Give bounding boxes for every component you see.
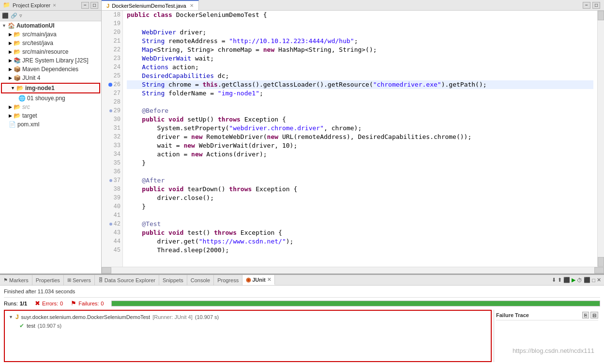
src-resource-label: src/main/resource — [22, 48, 68, 55]
tree-item-src[interactable]: ▶ 📂 src — [0, 103, 101, 111]
toolbar-arrow-btn[interactable]: ▿ — [19, 13, 22, 19]
title-separator: ✕ — [53, 2, 56, 8]
tree-item-img-node1[interactable]: ▼ 📂 img-node1 — [1, 83, 100, 93]
code-line-25: DesiredCapabilities dc; — [127, 72, 593, 80]
bottom-tab-bar: ⚑ Markers Properties ⊞ Servers 🗄 Data So… — [0, 275, 604, 286]
error-icon: ✖ — [35, 300, 40, 307]
folder-src-resource-icon: 📂 — [14, 48, 21, 55]
code-line-32: driver = new RemoteWebDriver(new URL(rem… — [127, 133, 593, 141]
code-line-19 — [127, 19, 593, 28]
test-method-row[interactable]: ✔ test (10.907 s) — [7, 321, 489, 330]
arrow-junit4: ▶ — [9, 76, 12, 80]
rerun-btn[interactable]: ▶ — [572, 277, 575, 283]
tab-snippets[interactable]: Snippets — [159, 275, 187, 285]
stop-btn[interactable]: ⬛ — [563, 277, 570, 283]
failures-label: Failures: — [78, 301, 99, 306]
test-suite-row[interactable]: ▼ J suyr.docker.selenium.demo.DockerSele… — [7, 313, 489, 321]
code-line-43: public void test() throws Exception { — [127, 228, 593, 237]
tab-data-source[interactable]: 🗄 Data Source Explorer — [95, 275, 159, 285]
tree-root[interactable]: ▼ 🏠 AutomationUI — [0, 21, 101, 30]
tree-item-src-main[interactable]: ▶ 📂 src/main/java — [0, 30, 101, 39]
code-line-37: @After — [127, 176, 593, 185]
code-line-36 — [127, 167, 593, 176]
failure-trace-title: Failure Trace — [496, 312, 529, 318]
img-file-label: 01 shouye.png — [27, 95, 65, 102]
tree-item-src-test[interactable]: ▶ 📂 src/test/java — [0, 39, 101, 47]
tree-item-maven[interactable]: ▶ 📦 Maven Dependencies — [0, 65, 101, 74]
junit-close-icon[interactable]: ✕ — [267, 277, 271, 282]
editor-tab-active[interactable]: J DockerSeleniumDemoTest.java ✕ — [102, 0, 199, 10]
history-btn[interactable]: ⏱ — [577, 277, 582, 283]
servers-label: Servers — [73, 277, 91, 283]
folder-src-test-icon: 📂 — [14, 40, 21, 46]
tab-markers[interactable]: ⚑ Markers — [0, 275, 32, 285]
up-btn[interactable]: ⬆ — [558, 277, 562, 283]
project-toolbar: ⬛ 🔗 ▿ — [0, 11, 101, 21]
arrow-src: ▶ — [9, 105, 12, 109]
tree-item-jre[interactable]: ▶ 📚 JRE System Library [J2S] — [0, 56, 101, 65]
code-line-23: WebDriverWait wait; — [127, 54, 593, 63]
editor-h-scrollbar[interactable] — [102, 267, 604, 273]
tree-item-src-resource[interactable]: ▶ 📂 src/main/resource — [0, 47, 101, 56]
editor-minimize-btn[interactable]: − — [583, 2, 590, 9]
panel-maximize-btn[interactable]: □ — [592, 277, 595, 283]
copy-trace-btn[interactable]: ⎘ — [582, 312, 589, 318]
junit-label: JUnit — [252, 277, 266, 283]
maven-icon: 📦 — [14, 66, 21, 73]
properties-label: Properties — [36, 277, 60, 283]
tree-item-junit4[interactable]: ▶ 📦 JUnit 4 — [0, 74, 101, 82]
tab-properties[interactable]: Properties — [32, 275, 64, 285]
panel-close-btn[interactable]: ✕ — [597, 277, 601, 283]
project-explorer-header: 📁 Project Explorer ✕ − □ — [0, 0, 101, 11]
tab-close-btn[interactable]: ✕ — [190, 3, 194, 8]
editor-scrollbar[interactable] — [597, 11, 604, 267]
code-content[interactable]: public class DockerSeleniumDemoTest { We… — [123, 11, 597, 267]
junit-icon: ◉ — [246, 276, 251, 283]
line-numbers: 18 19 20 21 22 23 24 25 26 27 28 — [102, 11, 123, 267]
down-btn[interactable]: ⬇ — [552, 277, 556, 283]
target-label: target — [22, 112, 37, 119]
tab-console[interactable]: Console — [187, 275, 214, 285]
code-line-34: action = new Actions(driver); — [127, 150, 593, 159]
progress-label: Progress — [217, 277, 239, 283]
junit-content: Finished after 11.034 seconds Runs: 1/1 … — [0, 286, 604, 364]
code-line-40: } — [127, 202, 593, 211]
link-editor-btn[interactable]: 🔗 — [11, 13, 17, 19]
runs-value: 1/1 — [20, 301, 27, 306]
tab-junit[interactable]: ◉ JUnit ✕ — [242, 275, 275, 285]
failure-icon: ⚑ — [71, 300, 76, 307]
errors-value: 0 — [60, 301, 63, 306]
failure-trace-panel: Failure Trace ⎘ ⊟ — [494, 310, 600, 362]
bottom-panel: ⚑ Markers Properties ⊞ Servers 🗄 Data So… — [0, 274, 604, 364]
junit-stats-row: Runs: 1/1 ✖ Errors: 0 ⚑ Failures: 0 — [4, 297, 600, 307]
servers-icon: ⊞ — [67, 277, 71, 283]
editor-tab-bar: J DockerSeleniumDemoTest.java ✕ − □ — [102, 0, 604, 11]
tab-progress[interactable]: Progress — [214, 275, 242, 285]
tree-item-pom[interactable]: 📄 pom.xml — [0, 120, 101, 129]
code-line-29: @Before — [127, 106, 593, 115]
console-label: Console — [191, 277, 210, 283]
tree-item-target[interactable]: ▶ 📂 target — [0, 111, 101, 120]
panel-minimize-btn[interactable]: ⬛ — [584, 277, 590, 283]
collapse-all-btn[interactable]: ⬛ — [2, 13, 9, 19]
tab-servers[interactable]: ⊞ Servers — [64, 275, 95, 285]
project-icon: 📁 — [3, 1, 10, 9]
junit-status-text: Finished after 11.034 seconds — [4, 288, 75, 294]
test-method-time: (10.907 s) — [38, 323, 62, 329]
junit4-label: JUnit 4 — [22, 75, 40, 81]
code-line-28 — [127, 98, 593, 106]
minimize-btn[interactable]: − — [81, 2, 89, 9]
maximize-btn[interactable]: □ — [91, 2, 98, 9]
junit-status-bar: Finished after 11.034 seconds — [4, 288, 600, 295]
project-explorer-title: Project Explorer — [13, 2, 50, 8]
editor-maximize-btn[interactable]: □ — [592, 2, 600, 9]
arrow-maven: ▶ — [9, 67, 12, 72]
tree-item-img-file[interactable]: 🌐 01 shouye.png — [0, 94, 101, 103]
code-line-22: Map<String, String> chromeMap = new Hash… — [127, 46, 593, 54]
java-file-icon: J — [106, 3, 109, 9]
code-line-26: String chrome = this.getClass().getClass… — [127, 80, 593, 89]
filter-trace-btn[interactable]: ⊟ — [590, 312, 598, 318]
maven-label: Maven Dependencies — [22, 66, 78, 73]
root-label: AutomationUI — [16, 22, 55, 29]
code-line-44: driver.get("https://www.csdn.net/"); — [127, 237, 593, 246]
